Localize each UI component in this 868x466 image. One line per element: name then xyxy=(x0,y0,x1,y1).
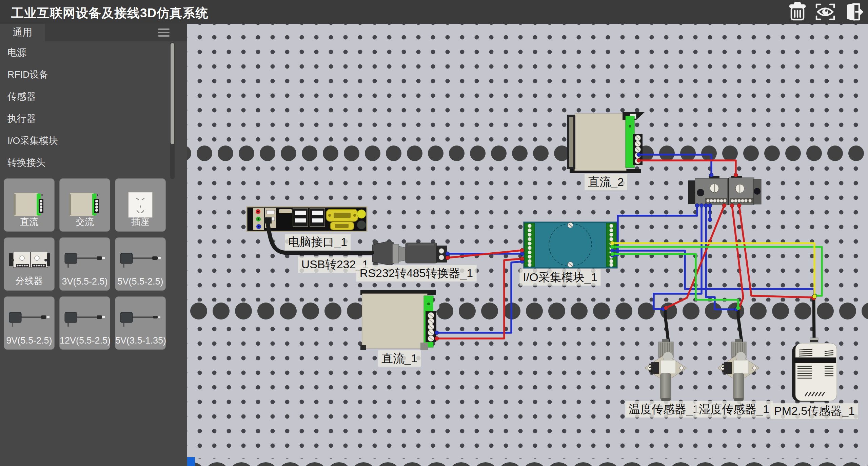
device-label: 直流_2 xyxy=(585,174,627,190)
wire-terminal xyxy=(435,336,439,341)
wire-terminal xyxy=(637,153,641,157)
app-title: 工业互联网设备及接线3D仿真系统 xyxy=(11,5,208,22)
wire-terminal xyxy=(736,306,740,310)
palette-item-dc[interactable]: 直流 xyxy=(4,178,55,232)
category-item-actuator[interactable]: 执行器 xyxy=(0,108,170,130)
adapter-thumb xyxy=(8,310,51,330)
device-rs232485[interactable] xyxy=(372,240,447,267)
wire-terminal xyxy=(812,294,816,298)
adapter-thumb xyxy=(63,310,106,330)
device-label: 电脑接口_1 xyxy=(285,234,351,250)
palette-item-splitter[interactable]: 分线器 xyxy=(4,237,55,291)
device-label: 湿度传感器_1 xyxy=(695,401,773,418)
palette-item-ac[interactable]: 交流 xyxy=(59,178,110,232)
device-pc1[interactable] xyxy=(247,207,367,231)
wire-terminal xyxy=(520,257,524,261)
wire-terminal xyxy=(708,203,712,208)
sidebar-scrollbar[interactable] xyxy=(170,42,175,179)
wire-terminal xyxy=(734,173,738,177)
palette-item-5v[interactable]: 5V(5.5-2.5) xyxy=(115,237,166,291)
exit-icon[interactable] xyxy=(843,2,863,22)
palette-item-12v[interactable]: 12V(5.5-2.5) xyxy=(59,296,110,350)
wire-terminal xyxy=(730,203,734,208)
device-label: 直流_1 xyxy=(378,350,421,367)
wire-terminal xyxy=(664,306,668,310)
palette-item-5v-slim[interactable]: 5V(3.5-1.35) xyxy=(115,296,166,350)
wire-terminal xyxy=(610,252,614,256)
simulation-viewport[interactable]: 直流_2 分线器_1 电脑接口_1 USB转232_1 RS232转485转换器… xyxy=(187,24,868,466)
ac-module-thumb xyxy=(69,192,100,219)
wire-terminal xyxy=(709,173,713,177)
wire-terminal xyxy=(446,252,450,256)
adapter-thumb xyxy=(119,310,162,330)
wire-terminal xyxy=(637,158,641,162)
device-label: I/O采集模块_1 xyxy=(519,269,600,286)
wire-terminal xyxy=(435,331,439,335)
device-io1[interactable] xyxy=(524,222,617,268)
device-splitter1[interactable] xyxy=(688,176,761,205)
device-library-panel: 通用 电源 RFID设备 传感器 执行器 I/O采集模块 转换接头 直流 xyxy=(0,24,187,466)
wire-terminal xyxy=(610,245,614,249)
scrollbar-thumb[interactable] xyxy=(171,43,174,144)
wire-terminal xyxy=(722,203,726,208)
device-palette: 直流 交流 插座 xyxy=(4,178,166,350)
title-bar: 工业互联网设备及接线3D仿真系统 xyxy=(0,0,868,24)
category-list: 电源 RFID设备 传感器 执行器 I/O采集模块 转换接头 xyxy=(0,41,170,174)
wire-terminal xyxy=(446,256,450,260)
category-item-rfid[interactable]: RFID设备 xyxy=(0,63,170,85)
device-label: 温度传感器_1 xyxy=(625,401,703,418)
wire-terminal xyxy=(704,203,708,208)
tab-bar: 通用 xyxy=(0,24,187,41)
category-item-converter[interactable]: 转换接头 xyxy=(0,152,170,174)
category-item-sensor[interactable]: 传感器 xyxy=(0,85,170,108)
wire-terminal xyxy=(520,248,524,252)
viewport-corner-marker xyxy=(187,457,195,466)
view-focus-icon[interactable] xyxy=(815,2,835,22)
wire-terminal xyxy=(695,203,699,208)
wire-terminal xyxy=(610,241,614,245)
menu-icon[interactable] xyxy=(158,28,170,37)
wire-terminal xyxy=(737,203,741,208)
category-item-power[interactable]: 电源 xyxy=(0,41,170,63)
splitter-thumb xyxy=(8,251,50,270)
palette-item-9v[interactable]: 9V(5.5-2.5) xyxy=(4,296,55,350)
category-item-io[interactable]: I/O采集模块 xyxy=(0,130,170,152)
adapter-thumb xyxy=(119,251,162,271)
tab-general[interactable]: 通用 xyxy=(0,24,45,41)
palette-item-socket[interactable]: 插座 xyxy=(115,178,166,232)
adapter-thumb xyxy=(63,251,106,271)
device-dc2[interactable] xyxy=(567,112,645,173)
device-label: PM2.5传感器_1 xyxy=(771,403,858,419)
device-label: RS232转485转换器_1 xyxy=(356,265,477,281)
wire-terminal xyxy=(699,203,704,208)
palette-item-3v[interactable]: 3V(5.5-2.5) xyxy=(59,237,110,291)
device-dc1[interactable] xyxy=(360,290,439,350)
wire-terminal xyxy=(708,218,712,222)
device-pm25[interactable] xyxy=(792,338,837,402)
socket-thumb xyxy=(128,192,153,218)
trash-icon[interactable] xyxy=(787,2,808,22)
dc-module-thumb xyxy=(14,192,45,219)
